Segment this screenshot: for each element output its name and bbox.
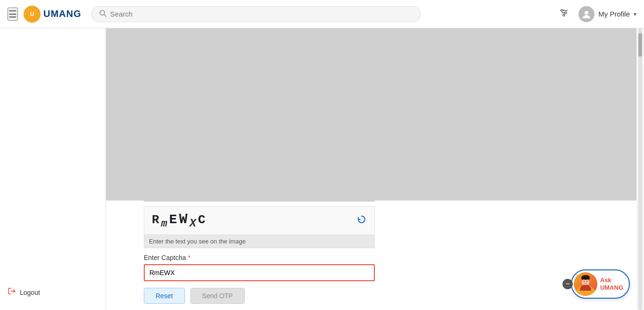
send-otp-button[interactable]: Send OTP bbox=[190, 288, 245, 304]
ask-umang-label: Ask UMANG bbox=[600, 276, 623, 291]
main-content: Logout RmEWXC Enter the text you see on … bbox=[0, 28, 644, 310]
captcha-display: RmEWXC bbox=[152, 211, 207, 230]
captcha-form-area: RmEWXC Enter the text you see on the ima… bbox=[106, 201, 636, 310]
captcha-input[interactable] bbox=[144, 264, 375, 281]
logo-text: UMANG bbox=[43, 8, 82, 19]
menu-hamburger-button[interactable]: ☰ bbox=[8, 8, 18, 21]
scrollbar-thumb bbox=[638, 33, 642, 57]
ask-umang-bubble[interactable]: Ask UMANG bbox=[571, 269, 630, 299]
form-divider bbox=[144, 201, 375, 201]
captcha-refresh-button[interactable] bbox=[356, 214, 367, 227]
logout-icon bbox=[8, 287, 16, 298]
svg-point-8 bbox=[565, 12, 567, 14]
captcha-section: RmEWXC Enter the text you see on the ima… bbox=[144, 206, 375, 304]
scrollbar-track bbox=[638, 28, 642, 310]
captcha-char-C: C bbox=[198, 213, 207, 227]
svg-point-16 bbox=[584, 281, 585, 282]
ask-umang-avatar bbox=[574, 272, 597, 296]
svg-point-17 bbox=[586, 281, 587, 282]
filter-icon-button[interactable] bbox=[557, 6, 571, 22]
search-bar bbox=[91, 6, 421, 22]
profile-button[interactable]: My Profile ▾ bbox=[578, 6, 636, 22]
svg-point-7 bbox=[561, 9, 563, 11]
page-scrollbar[interactable] bbox=[636, 28, 644, 310]
content-placeholder bbox=[106, 28, 636, 201]
svg-point-9 bbox=[563, 14, 565, 16]
captcha-char-X: X bbox=[190, 217, 198, 230]
captcha-hint: Enter the text you see on the image bbox=[144, 235, 375, 248]
avatar bbox=[578, 6, 594, 22]
captcha-char-E: E bbox=[169, 212, 179, 227]
ask-umang-minimize-button[interactable]: − bbox=[562, 279, 573, 289]
header-actions: My Profile ▾ bbox=[557, 6, 636, 22]
captcha-char-R: R bbox=[152, 213, 161, 227]
captcha-label: Enter Captcha * bbox=[144, 254, 375, 261]
logo-icon: U bbox=[24, 6, 41, 23]
svg-point-10 bbox=[585, 11, 588, 15]
captcha-char-W: W bbox=[179, 211, 190, 227]
search-icon bbox=[99, 9, 107, 19]
app-header: ☰ U UMANG bbox=[0, 0, 644, 28]
captcha-required-marker: * bbox=[186, 254, 190, 261]
ask-umang-widget: − Ask UMANG bbox=[562, 269, 630, 299]
chevron-down-icon: ▾ bbox=[634, 11, 636, 17]
svg-point-18 bbox=[581, 275, 590, 280]
profile-label: My Profile bbox=[598, 10, 630, 18]
captcha-image-box: RmEWXC bbox=[144, 206, 375, 235]
reset-button[interactable]: Reset bbox=[144, 288, 185, 304]
form-buttons: Reset Send OTP bbox=[144, 288, 375, 304]
logo-link[interactable]: U UMANG bbox=[24, 6, 82, 23]
logout-label: Logout bbox=[20, 289, 40, 296]
logout-button[interactable]: Logout bbox=[0, 282, 106, 302]
svg-line-3 bbox=[104, 15, 106, 17]
search-input[interactable] bbox=[110, 10, 413, 18]
svg-text:U: U bbox=[30, 11, 34, 17]
sidebar: Logout bbox=[0, 28, 106, 310]
captcha-char-m: m bbox=[161, 218, 169, 230]
